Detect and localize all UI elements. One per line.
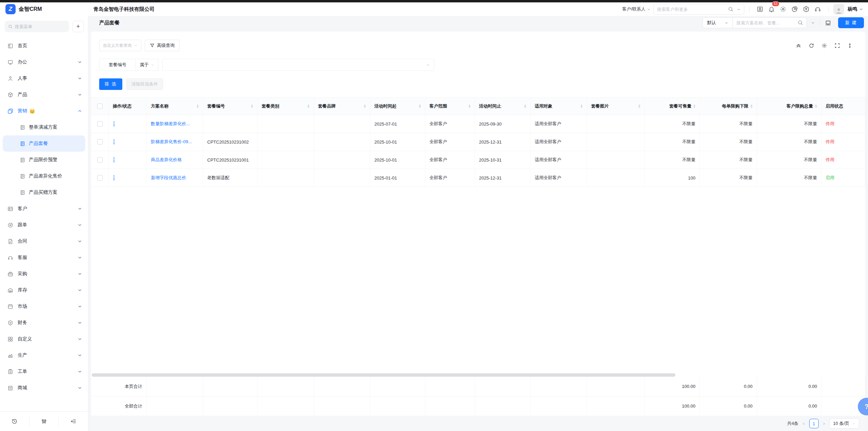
scheme-name-link[interactable]: 商品差异化价格: [151, 157, 182, 163]
sidebar-item-4[interactable]: 营销👑: [0, 103, 88, 119]
sidebar-item-10[interactable]: 库存: [0, 282, 88, 298]
sidebar-item-13[interactable]: 自定义: [0, 331, 88, 347]
sidebar-item-2[interactable]: 人事: [0, 70, 88, 87]
kebab-menu-icon[interactable]: [113, 120, 115, 128]
scheme-name-link[interactable]: 新增字段优惠总价: [151, 175, 186, 181]
menu-search-input[interactable]: [15, 24, 66, 29]
menu-search-box[interactable]: [5, 21, 69, 32]
add-menu-button[interactable]: +: [72, 21, 84, 32]
sidebar-item-16[interactable]: 商城: [0, 380, 88, 396]
support-button[interactable]: [812, 3, 823, 15]
notifications-button[interactable]: 63: [766, 3, 777, 15]
sidebar-subitem-4-2[interactable]: 产品限价预警: [0, 152, 88, 168]
sort-icon[interactable]: [417, 105, 421, 108]
column-header-10[interactable]: 套餐可售量: [645, 98, 700, 115]
sort-icon[interactable]: [466, 105, 471, 108]
column-header-1[interactable]: 方案名称: [147, 98, 203, 115]
member-badge-button[interactable]: [800, 3, 812, 15]
column-header-8[interactable]: 适用对象: [531, 98, 587, 115]
sidebar-item-15[interactable]: 工单: [0, 363, 88, 380]
kebab-menu-icon[interactable]: [113, 156, 115, 164]
column-header-7[interactable]: 活动时间止: [475, 98, 531, 115]
collapse-filters-button[interactable]: [796, 43, 801, 49]
select-all-checkbox[interactable]: [97, 104, 103, 109]
settings-button[interactable]: [777, 3, 789, 15]
sidebar-item-12[interactable]: 财务: [0, 315, 88, 331]
new-button[interactable]: 新 建: [838, 17, 864, 28]
sidebar-item-9[interactable]: 采购: [0, 266, 88, 282]
current-page-button[interactable]: 1: [809, 419, 819, 428]
sidebar-item-1[interactable]: 办公: [0, 54, 88, 70]
refresh-button[interactable]: [809, 43, 814, 49]
row-checkbox[interactable]: [97, 139, 103, 145]
header-search-box[interactable]: [653, 4, 744, 15]
sort-icon[interactable]: [636, 105, 640, 108]
filter-operator-select[interactable]: 属于: [136, 59, 158, 71]
column-header-3[interactable]: 套餐类别: [258, 98, 314, 115]
sort-icon[interactable]: [579, 105, 583, 108]
sidebar-item-5[interactable]: 客户: [0, 201, 88, 217]
header-search-category-select[interactable]: 客户/联系人: [619, 6, 653, 12]
prev-page-button[interactable]: <: [802, 421, 806, 426]
kebab-menu-icon[interactable]: [113, 138, 115, 146]
sort-icon[interactable]: [249, 105, 253, 108]
horizontal-scrollbar-thumb[interactable]: [92, 373, 675, 377]
column-header-4[interactable]: 套餐品牌: [314, 98, 370, 115]
sidebar-subitem-4-4[interactable]: 产品买赠方案: [0, 184, 88, 201]
sidebar-item-8[interactable]: 客服: [0, 249, 88, 266]
user-avatar[interactable]: [833, 4, 844, 15]
sort-icon[interactable]: [362, 105, 366, 108]
scheme-name-link[interactable]: 阶梯差异化售价-09...: [151, 139, 192, 145]
scheme-name-link[interactable]: 数量阶梯差异化价...: [151, 121, 190, 127]
sidebar-subitem-4-3[interactable]: 产品差异化售价: [0, 168, 88, 184]
page-size-select[interactable]: 10 条/页: [829, 418, 859, 429]
chevron-down-icon[interactable]: [811, 21, 815, 25]
row-height-button[interactable]: [847, 43, 852, 49]
preferences-button[interactable]: [30, 418, 59, 425]
table-settings-button[interactable]: [821, 43, 827, 49]
reports-button[interactable]: [789, 3, 800, 15]
row-checkbox[interactable]: [97, 157, 103, 163]
sort-icon[interactable]: [305, 105, 309, 108]
user-name[interactable]: 杨鸣: [848, 6, 857, 12]
column-header-11[interactable]: 每单限购下限: [700, 98, 757, 115]
sort-icon[interactable]: [195, 105, 199, 108]
filter-value-select[interactable]: [162, 59, 434, 71]
search-icon[interactable]: [798, 20, 803, 25]
kebab-menu-icon[interactable]: [113, 174, 115, 182]
sort-icon[interactable]: [748, 105, 752, 108]
list-search-input[interactable]: [736, 20, 798, 25]
sidebar-item-0[interactable]: 首页: [0, 38, 88, 54]
sidebar-item-6[interactable]: 跟单: [0, 217, 88, 233]
row-checkbox[interactable]: [97, 121, 103, 127]
display-mode-button[interactable]: [825, 20, 831, 26]
header-search-input[interactable]: [657, 7, 728, 12]
filter-field[interactable]: 套餐编号: [99, 59, 136, 71]
sidebar-item-7[interactable]: 合同: [0, 233, 88, 249]
chevron-down-icon[interactable]: [737, 7, 741, 11]
sort-icon[interactable]: [813, 105, 817, 108]
search-icon[interactable]: [728, 6, 733, 12]
column-header-12[interactable]: 客户限购总量: [757, 98, 821, 115]
sidebar-subitem-4-1[interactable]: 产品套餐: [3, 135, 85, 152]
contacts-button[interactable]: [754, 3, 766, 15]
history-button[interactable]: [0, 418, 29, 425]
view-selector[interactable]: 默认: [703, 17, 733, 28]
advanced-query-button[interactable]: 高级查询: [145, 40, 180, 51]
chevron-down-icon[interactable]: [859, 7, 863, 11]
sidebar-item-3[interactable]: 产品: [0, 87, 88, 103]
filter-button[interactable]: 筛 选: [99, 78, 122, 90]
column-header-2[interactable]: 套餐编号: [203, 98, 258, 115]
fullscreen-button[interactable]: [834, 43, 840, 49]
column-header-6[interactable]: 客户范围: [425, 98, 475, 115]
sort-icon[interactable]: [522, 105, 526, 108]
sidebar-item-11[interactable]: 市场: [0, 298, 88, 315]
sidebar-subitem-4-0[interactable]: 整单满减方案: [0, 119, 88, 135]
column-header-9[interactable]: 套餐图片: [587, 98, 645, 115]
collapse-sidebar-button[interactable]: [59, 418, 88, 425]
list-search-box[interactable]: [733, 17, 807, 28]
sidebar-item-14[interactable]: 生产: [0, 347, 88, 363]
row-checkbox[interactable]: [97, 175, 103, 181]
column-header-5[interactable]: 活动时间起: [370, 98, 425, 115]
custom-scheme-query-select[interactable]: 自定义方案查询: [99, 40, 141, 51]
